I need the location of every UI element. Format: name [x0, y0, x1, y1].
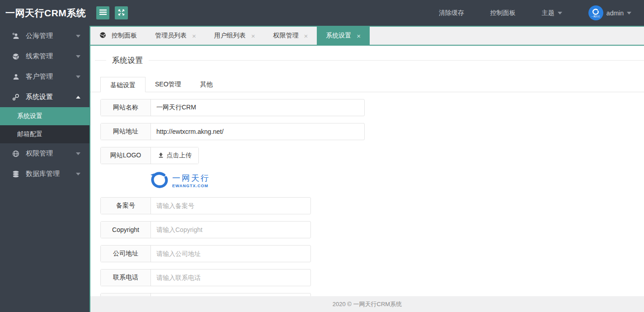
upload-icon [158, 152, 164, 160]
sidebar-item-database[interactable]: 数据库管理 [0, 164, 89, 184]
globe-swoosh-icon [12, 53, 20, 60]
site-url-input[interactable] [151, 123, 364, 140]
tab-dashboard[interactable]: 控制面板 [90, 27, 146, 45]
logo-cn-text: 一网天行 [172, 174, 210, 183]
form-row-icp: 备案号 [100, 197, 311, 214]
divider [95, 60, 106, 61]
hamburger-icon [99, 9, 107, 17]
nodes-icon [12, 94, 20, 101]
icp-input[interactable] [151, 198, 310, 214]
company-address-label: 公司地址 [101, 246, 151, 262]
globe-grid-icon [12, 150, 20, 157]
chevron-up-icon [76, 96, 80, 99]
avatar: 一网天行 [588, 5, 603, 20]
form-row-email: 邮箱账号 [100, 293, 311, 296]
sidebar-item-leads[interactable]: 线索管理 [0, 46, 89, 66]
header-nav: 清除缓存 控制面板 主题 一网天行 admin [413, 5, 644, 20]
username-label: admin [606, 9, 624, 17]
avatar-mini-text: 一网天行 [592, 15, 600, 17]
form-row-company-address: 公司地址 [100, 245, 311, 262]
tab-label: 管理员列表 [155, 32, 187, 40]
site-logo-label: 网站LOGO [101, 147, 151, 164]
tab-label: 控制面板 [112, 32, 137, 40]
sidebar-item-customers[interactable]: 客户管理 [0, 66, 89, 87]
close-icon[interactable]: × [192, 33, 196, 39]
fullscreen-icon [118, 9, 125, 17]
close-icon[interactable]: × [251, 33, 255, 39]
tab-label: 用户组列表 [214, 32, 246, 40]
sidebar-item-label: 线索管理 [26, 52, 76, 61]
site-url-label: 网站地址 [101, 123, 151, 140]
site-name-label: 网站名称 [101, 99, 151, 116]
tab-label: 系统设置 [326, 32, 351, 40]
upload-button[interactable]: 点击上传 [151, 147, 198, 164]
form-row-site-logo: 网站LOGO 点击上传 [100, 147, 199, 164]
sidebar-item-label: 系统设置 [26, 93, 76, 101]
close-icon[interactable]: × [357, 33, 361, 39]
sidebar-item-label: 客户管理 [26, 72, 76, 81]
main-panel: 控制面板 管理员列表 × 用户组列表 × 权限管理 × 系统设置 × 系统设置 … [89, 26, 644, 312]
sidebar-item-public-sea[interactable]: 公海管理 [0, 26, 89, 46]
logo-en-text: EWANGTX.COM [172, 184, 208, 188]
site-name-input[interactable] [151, 99, 364, 116]
tab-system-settings[interactable]: 系统设置 × [317, 27, 370, 45]
sidebar: 公海管理 线索管理 客户管理 系统设置 系统设置 邮箱配置 权限管理 [0, 26, 89, 312]
footer-text: 2020 © 一网天行CRM系统 [333, 301, 402, 307]
icp-label: 备案号 [101, 198, 151, 214]
collapse-menu-button[interactable] [96, 6, 109, 19]
tab-permissions[interactable]: 权限管理 × [264, 27, 317, 45]
footer: 2020 © 一网天行CRM系统 [90, 296, 644, 312]
chevron-down-icon [558, 12, 562, 14]
header-toolbar [96, 6, 128, 19]
tab-seo[interactable]: SEO管理 [146, 76, 191, 92]
globe-icon [99, 32, 106, 40]
sidebar-item-label: 数据库管理 [26, 170, 76, 178]
form-row-phone: 联系电话 [100, 269, 311, 286]
tab-user-group-list[interactable]: 用户组列表 × [205, 27, 264, 45]
close-icon[interactable]: × [304, 33, 308, 39]
database-icon [12, 170, 20, 178]
open-tabs-bar: 控制面板 管理员列表 × 用户组列表 × 权限管理 × 系统设置 × [90, 26, 644, 46]
tab-basic-settings[interactable]: 基础设置 [100, 77, 146, 92]
clear-cache-link[interactable]: 清除缓存 [439, 9, 464, 17]
page-title: 系统设置 [112, 55, 143, 66]
system-settings-submenu: 系统设置 邮箱配置 [0, 107, 89, 143]
user-menu[interactable]: 一网天行 admin [588, 5, 631, 20]
submenu-item-mailbox-config[interactable]: 邮箱配置 [0, 125, 89, 143]
theme-label: 主题 [542, 9, 555, 17]
sidebar-item-label: 权限管理 [26, 149, 76, 158]
logo-swoosh-icon [150, 171, 168, 190]
user-icon [12, 73, 20, 80]
chevron-down-icon [76, 35, 80, 38]
chevron-down-icon [76, 76, 80, 78]
tab-admin-list[interactable]: 管理员列表 × [146, 27, 205, 45]
user-badge-icon [12, 33, 20, 40]
basic-settings-form: 网站名称 网站地址 网站LOGO 点击上传 [90, 92, 644, 296]
tab-other[interactable]: 其他 [191, 76, 222, 92]
chevron-down-icon [627, 12, 631, 14]
chevron-down-icon [76, 173, 80, 175]
sidebar-item-system-settings[interactable]: 系统设置 [0, 87, 89, 107]
submenu-item-system-settings[interactable]: 系统设置 [0, 107, 89, 125]
fullscreen-button[interactable] [115, 6, 128, 19]
copyright-label: Copyright [101, 222, 151, 238]
site-logo-preview: 一网天行 EWANGTX.COM [150, 171, 644, 191]
divider [149, 60, 644, 61]
copyright-input[interactable] [151, 222, 310, 238]
upload-button-label: 点击上传 [167, 151, 192, 160]
theme-dropdown[interactable]: 主题 [542, 9, 562, 17]
top-header: 一网天行CRM系统 清除缓存 控制面板 主题 [0, 0, 644, 26]
form-row-site-name: 网站名称 [100, 99, 365, 116]
phone-input[interactable] [151, 269, 310, 286]
app-title: 一网天行CRM系统 [0, 7, 89, 19]
chevron-down-icon [76, 55, 80, 58]
settings-tabs: 基础设置 SEO管理 其他 [90, 76, 644, 92]
form-row-copyright: Copyright [100, 221, 311, 238]
tab-label: 权限管理 [273, 32, 299, 40]
phone-label: 联系电话 [101, 269, 151, 286]
sidebar-item-permissions[interactable]: 权限管理 [0, 143, 89, 164]
sidebar-item-label: 公海管理 [26, 32, 76, 40]
company-address-input[interactable] [151, 246, 310, 262]
dashboard-link[interactable]: 控制面板 [490, 9, 516, 17]
page-title-block: 系统设置 [90, 46, 644, 66]
